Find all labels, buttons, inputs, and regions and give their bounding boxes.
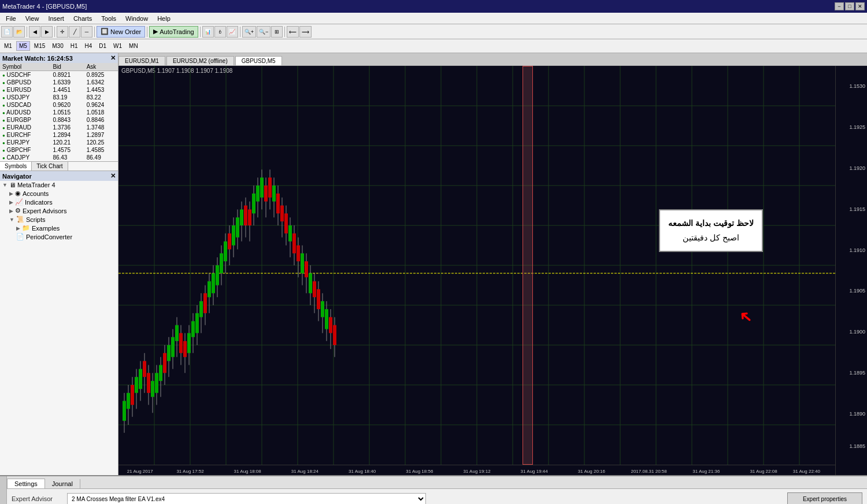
menu-help[interactable]: Help: [153, 14, 175, 23]
mw-col-bid: Bid: [50, 63, 84, 71]
nav-scripts-expand: ▼: [9, 217, 14, 223]
expert-properties-button[interactable]: Expert properties: [787, 492, 862, 504]
nav-scripts[interactable]: ▼ 📜 Scripts: [0, 215, 118, 224]
chart-tab-eurusd-m1[interactable]: EURUSD,M1: [118, 56, 165, 65]
market-watch-row[interactable]: ● CADJPY86.4386.49: [0, 154, 118, 161]
market-watch-row[interactable]: ● EURGBP0.88430.8846: [0, 116, 118, 124]
menu-view[interactable]: View: [21, 14, 44, 23]
highlighted-time-bar: [523, 66, 533, 465]
back-button[interactable]: ◀: [29, 26, 40, 38]
time-4: 31 Aug 18:24: [291, 469, 318, 474]
scroll-left-button[interactable]: ⟵: [287, 26, 299, 38]
market-watch-row[interactable]: ● GBPCHF1.45751.4585: [0, 146, 118, 154]
chart-canvas[interactable]: GBPUSD,M5 1.1907 1.1908 1.1907 1.1908: [118, 66, 867, 475]
period-m5[interactable]: M5: [16, 41, 30, 51]
zoom-in-button[interactable]: 🔍+: [242, 26, 256, 38]
svg-rect-54: [171, 337, 175, 357]
bottom-tabs: Settings Journal: [7, 476, 867, 489]
left-panel: Market Watch: 16:24:53 ✕ Symbol Bid Ask …: [0, 53, 118, 475]
period-h4[interactable]: H4: [82, 41, 95, 51]
mw-ask: 1.6342: [84, 79, 118, 86]
mw-bid: 1.0515: [50, 109, 84, 116]
menu-tools[interactable]: Tools: [97, 14, 121, 23]
expert-dropdown[interactable]: 2 MA Crosses Mega filter EA V1.ex4: [67, 493, 426, 504]
period-d1[interactable]: D1: [96, 41, 109, 51]
navigator-title: Navigator: [2, 173, 32, 180]
nav-indicators[interactable]: ▶ 📈 Indicators: [0, 198, 118, 206]
period-m30[interactable]: M30: [49, 41, 66, 51]
time-1: 21 Aug 2017: [127, 469, 153, 474]
sep6: [240, 27, 240, 37]
market-watch-row[interactable]: ● USDJPY83.1983.22: [0, 94, 118, 101]
forward-button[interactable]: ▶: [41, 26, 53, 38]
market-watch-table: Symbol Bid Ask ● USDCHF0.89210.8925● GBP…: [0, 63, 118, 161]
chart-tab-gbpusd-m5[interactable]: GBPUSD,M5: [235, 56, 282, 65]
new-order-button[interactable]: 🔲 New Order: [97, 26, 145, 38]
maximize-button[interactable]: □: [845, 2, 854, 10]
mw-bid: 83.19: [50, 94, 84, 101]
period-h1[interactable]: H1: [68, 41, 81, 51]
nav-metatrader4[interactable]: ▼ 🖥 MetaTrader 4: [0, 181, 118, 189]
market-watch-close-icon[interactable]: ✕: [110, 54, 116, 62]
nav-accounts[interactable]: ▶ ◉ Accounts: [0, 189, 118, 198]
market-watch-row[interactable]: ● USDCHF0.89210.8925: [0, 71, 118, 79]
nav-accounts-label: Accounts: [23, 190, 49, 197]
mw-bid: 86.43: [50, 154, 84, 161]
navigator-close-icon[interactable]: ✕: [110, 172, 116, 180]
bar-chart-button[interactable]: 📊: [202, 26, 214, 38]
svg-rect-116: [297, 246, 300, 262]
tab-symbols[interactable]: Symbols: [0, 162, 32, 171]
price-1895: 1.1895: [849, 370, 865, 376]
chart-tab-eurusd-m2[interactable]: EURUSD,M2 (offline): [166, 56, 234, 65]
navigator-tree: ▼ 🖥 MetaTrader 4 ▶ ◉ Accounts ▶ 📈 Indica…: [0, 181, 118, 241]
market-watch-row[interactable]: ● AUDUSD1.05151.0518: [0, 109, 118, 116]
market-watch-tabs: Symbols Tick Chart: [0, 161, 118, 171]
market-watch-row[interactable]: ● GBPUSD1.63391.6342: [0, 79, 118, 86]
menu-charts[interactable]: Charts: [69, 14, 97, 23]
line-chart-button[interactable]: 📈: [227, 26, 238, 38]
market-watch-row[interactable]: ● EURCHF1.28941.2897: [0, 131, 118, 139]
tab-tick-chart[interactable]: Tick Chart: [32, 162, 68, 171]
menu-window[interactable]: Window: [121, 14, 153, 23]
minimize-button[interactable]: −: [835, 2, 844, 10]
market-watch-row[interactable]: ● EURJPY120.21120.25: [0, 139, 118, 146]
scroll-right-button[interactable]: ⟶: [299, 26, 312, 38]
open-button[interactable]: 📂: [13, 26, 25, 38]
market-watch-row[interactable]: ● EURUSD1.44511.4453: [0, 86, 118, 94]
main-area: Market Watch: 16:24:53 ✕ Symbol Bid Ask …: [0, 53, 867, 475]
strategy-tester-sidebar[interactable]: Strategy Tester: [0, 476, 7, 504]
period-w1[interactable]: W1: [110, 41, 125, 51]
tab-journal[interactable]: Journal: [45, 479, 80, 488]
menu-file[interactable]: File: [1, 14, 21, 23]
svg-rect-110: [284, 213, 288, 234]
nav-period-converter[interactable]: 📄 PeriodConverter: [0, 232, 118, 241]
svg-rect-74: [212, 273, 215, 294]
svg-rect-92: [248, 209, 251, 225]
market-watch-row[interactable]: ● EURAUD1.37361.3748: [0, 124, 118, 131]
time-12: 31 Aug 22:08: [750, 469, 777, 474]
autotrading-button[interactable]: ▶ AutoTrading: [149, 26, 198, 38]
hline-button[interactable]: ─: [81, 26, 92, 38]
line-button[interactable]: ╱: [69, 26, 80, 38]
candle-button[interactable]: 🕯: [214, 26, 226, 38]
crosshair-button[interactable]: ✛: [57, 26, 68, 38]
nav-expert-advisors[interactable]: ▶ ⚙ Expert Advisors: [0, 206, 118, 215]
menu-insert[interactable]: Insert: [43, 14, 69, 23]
market-watch-row[interactable]: ● USDCAD0.96200.9624: [0, 101, 118, 109]
nav-pc-icon: 📄: [16, 233, 24, 240]
sep5: [200, 27, 201, 37]
zoom-out-button[interactable]: 🔍−: [257, 26, 271, 38]
period-m1[interactable]: M1: [1, 41, 15, 51]
close-button[interactable]: ✕: [855, 2, 865, 10]
tab-settings[interactable]: Settings: [7, 479, 45, 488]
chart-tabs: EURUSD,M1 EURUSD,M2 (offline) GBPUSD,M5: [118, 53, 867, 66]
new-chart-button[interactable]: 📄: [1, 26, 13, 38]
svg-rect-108: [280, 206, 284, 222]
mw-ask: 1.4585: [84, 146, 118, 154]
period-mn[interactable]: MN: [126, 41, 141, 51]
nav-indicators-label: Indicators: [25, 199, 53, 206]
properties-button[interactable]: ⊞: [271, 26, 283, 38]
nav-examples[interactable]: ▶ 📁 Examples: [0, 224, 118, 232]
period-m15[interactable]: M15: [31, 41, 48, 51]
nav-examples-icon: 📁: [22, 224, 30, 232]
